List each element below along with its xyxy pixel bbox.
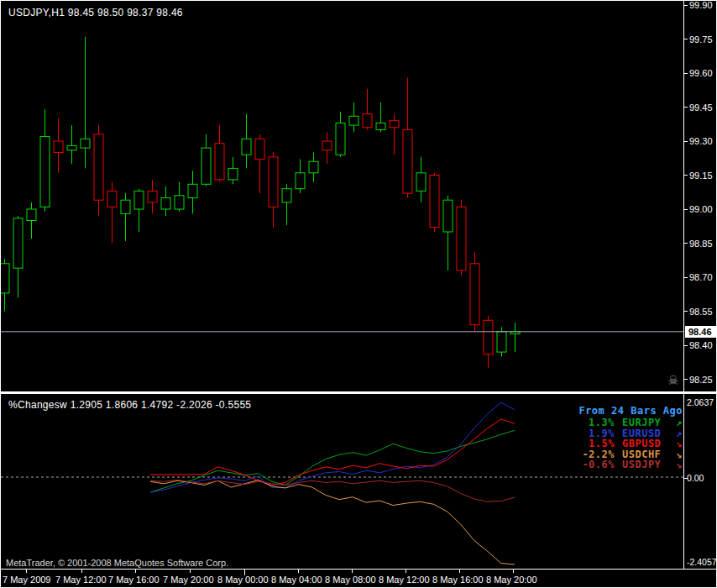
indicator-title: %Changesw 1.2905 1.8606 1.4792 -2.2026 -…	[8, 399, 251, 411]
price-axis-tick	[684, 5, 688, 6]
price-axis-tick	[684, 107, 688, 108]
candle	[255, 134, 264, 193]
time-axis-tick	[352, 570, 353, 573]
candle	[309, 153, 318, 182]
time-axis-label: 8 May 16:00	[432, 575, 484, 585]
arrow-down-icon: ↘	[669, 459, 683, 470]
candle	[121, 193, 130, 241]
price-axis-tick	[684, 243, 688, 244]
time-axis-tick	[81, 570, 82, 573]
indicator-line-eurusd	[150, 402, 515, 492]
arrow-down-icon: ↘	[669, 438, 683, 449]
price-axis-tick	[684, 379, 688, 380]
candle	[336, 112, 345, 157]
candle	[349, 102, 358, 132]
candle	[269, 153, 278, 228]
candle	[470, 252, 479, 332]
price-axis-label: 98.70	[689, 272, 713, 282]
time-axis-label: 7 May 2009	[3, 575, 50, 585]
time-axis-tick	[26, 570, 27, 573]
price-axis-label: 99.15	[689, 171, 713, 181]
time-axis-tick	[298, 570, 299, 573]
indicator-axis[interactable]: 2.06370.00-2.4057	[683, 394, 717, 569]
price-axis-tick	[684, 311, 688, 312]
candle	[215, 125, 224, 182]
candle	[201, 134, 211, 186]
price-axis-label: 99.45	[689, 102, 713, 113]
price-axis-label: 99.75	[689, 34, 713, 45]
time-axis-tick	[190, 570, 191, 573]
candle	[54, 118, 63, 173]
price-axis-label: 99.00	[689, 204, 713, 214]
indicator-line-eurjpy	[150, 430, 515, 492]
legend-pair-name: USDJPY	[622, 459, 666, 470]
candle	[322, 132, 332, 164]
candle	[484, 316, 493, 368]
price-axis-label: 98.25	[689, 375, 713, 385]
time-axis[interactable]: 7 May 20097 May 12:007 May 16:007 May 20…	[1, 569, 717, 588]
legend-percent: -0.6%	[576, 459, 615, 470]
candle	[94, 125, 103, 216]
candlestick-plot[interactable]	[1, 1, 683, 391]
candle	[81, 37, 90, 169]
candle	[40, 109, 50, 212]
time-axis-label: 7 May 16:00	[108, 575, 160, 585]
indicator-line-usdjpy	[150, 480, 515, 501]
price-axis-tick	[684, 277, 688, 278]
indicator-axis-label: 0.00	[687, 473, 704, 483]
price-axis-tick	[684, 73, 688, 74]
legend-header: From 24 Bars Ago	[576, 406, 683, 417]
time-axis-label: 7 May 20:00	[163, 575, 214, 585]
time-axis-tick	[513, 570, 514, 573]
arrow-up-icon: ↗	[669, 417, 683, 428]
price-axis-label: 99.30	[689, 136, 713, 146]
candle	[27, 202, 36, 239]
price-axis-label: 98.55	[689, 307, 713, 317]
candle	[282, 184, 291, 225]
price-axis-tick	[684, 209, 688, 210]
legend-percent: 1.5%	[576, 438, 615, 449]
price-axis-label: 99.90	[689, 0, 713, 10]
legend-percent: 1.3%	[576, 417, 615, 428]
candle	[1, 259, 9, 311]
candle	[443, 196, 453, 270]
candle	[228, 157, 238, 184]
candle	[161, 186, 170, 216]
legend-row-gbpusd: 1.5%GBPUSD↘	[576, 438, 683, 449]
candle	[363, 89, 372, 130]
price-axis-tick	[684, 175, 688, 176]
time-axis-label: 8 May 00:00	[217, 575, 269, 585]
indicator-axis-label: -2.4057	[687, 557, 717, 567]
candle	[242, 114, 251, 169]
copyright-text: MetaTrader, © 2001-2008 MetaQuotes Softw…	[6, 558, 228, 568]
legend-pair-name: GBPUSD	[622, 438, 666, 449]
chart-title: USDJPY,H1 98.45 98.50 98.37 98.46	[8, 7, 183, 18]
candle	[134, 189, 144, 232]
mt4-chart-window: USDJPY,H1 98.45 98.50 98.37 98.46 ☠ 98.4…	[0, 0, 717, 588]
price-axis-tick	[684, 39, 688, 39]
candle	[296, 160, 305, 194]
time-axis-tick	[459, 570, 460, 573]
price-axis[interactable]: 98.46 99.9099.7599.6099.4599.3099.1599.0…	[683, 1, 717, 391]
candle	[430, 173, 439, 232]
time-axis-label: 8 May 04:00	[271, 575, 322, 585]
legend-pair-name: EURJPY	[622, 417, 666, 428]
candle	[403, 77, 412, 197]
candle	[13, 216, 23, 297]
legend-row-eurjpy: 1.3%EURJPY↗	[576, 417, 683, 428]
candle	[175, 182, 184, 212]
time-axis-label: 8 May 20:00	[486, 575, 537, 585]
candle	[457, 200, 466, 275]
skull-icon[interactable]: ☠	[667, 374, 678, 387]
time-axis-label: 8 May 08:00	[325, 575, 376, 585]
candle	[148, 180, 157, 214]
time-axis-label: 7 May 12:00	[55, 575, 107, 585]
candle	[416, 157, 426, 202]
candle	[510, 323, 520, 352]
time-axis-label: 8 May 12:00	[379, 575, 430, 585]
current-price-badge: 98.46	[685, 326, 717, 338]
price-axis-tick	[684, 345, 688, 346]
price-axis-label: 99.60	[689, 68, 713, 78]
price-axis-tick	[684, 141, 688, 142]
indicator-axis-label: 2.0637	[687, 397, 714, 407]
